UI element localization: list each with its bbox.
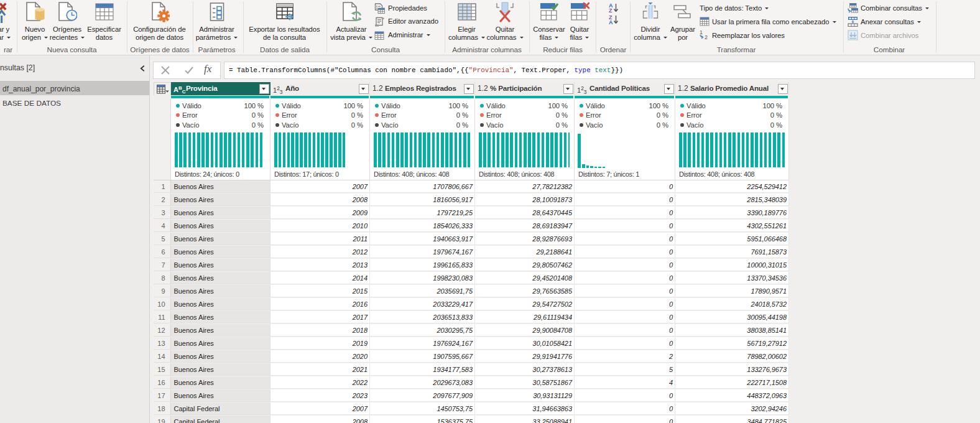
svg-text:1: 1 [700,29,703,35]
svg-text:2: 2 [705,34,708,40]
svg-text:A: A [609,19,613,26]
svg-text:Z: Z [609,7,612,14]
